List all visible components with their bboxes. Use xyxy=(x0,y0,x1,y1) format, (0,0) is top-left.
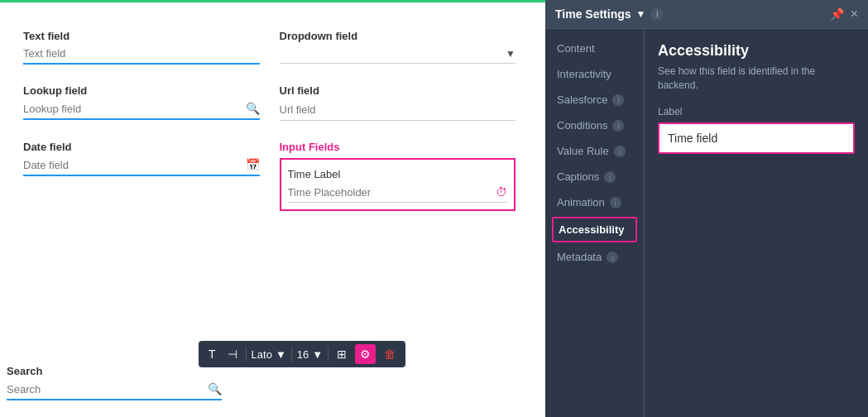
toolbar-divider-2 xyxy=(291,347,292,362)
search-field-label: Search xyxy=(7,365,222,377)
panel-nav: Content Interactivity Salesforce i Condi… xyxy=(545,29,645,417)
align-button[interactable]: ⊣ xyxy=(224,346,241,362)
dropdown-field-input[interactable] xyxy=(280,47,506,60)
date-field-input-wrapper: 📅 xyxy=(23,158,260,176)
nav-captions-label: Captions xyxy=(557,170,599,183)
search-field-group: Search 🔍 xyxy=(7,365,222,400)
nav-content-label: Content xyxy=(557,42,595,55)
panel-title-dropdown-icon[interactable]: ▼ xyxy=(636,8,646,20)
metadata-info-icon: i xyxy=(607,252,618,263)
url-field-group: Url field xyxy=(273,78,530,134)
value-rule-info-icon: i xyxy=(614,146,626,157)
dropdown-field-wrapper[interactable]: ▼ xyxy=(280,47,516,64)
search-icon: 🔍 xyxy=(246,102,260,115)
panel-body: Content Interactivity Salesforce i Condi… xyxy=(545,29,868,417)
fields-grid: Text field Dropdown field ▼ Lookup field… xyxy=(17,17,529,224)
nav-item-accessibility[interactable]: Accessibility xyxy=(552,217,637,242)
delete-button[interactable]: 🗑 xyxy=(381,346,399,362)
lookup-field-label: Lookup field xyxy=(23,84,260,97)
label-field-label: Label xyxy=(658,106,855,117)
font-family-label: Lato xyxy=(252,348,272,361)
font-size-arrow: ▼ xyxy=(312,348,323,361)
conditions-info-icon: i xyxy=(612,120,624,132)
label-input[interactable] xyxy=(668,132,845,145)
input-fields-box: ⏱ xyxy=(280,158,516,211)
lookup-field-input-wrapper: 🔍 xyxy=(23,102,260,120)
date-field-label: Date field xyxy=(23,141,260,153)
nav-value-rule-label: Value Rule xyxy=(557,145,609,157)
panel-content-area: Accessibility See how this field is iden… xyxy=(645,29,868,417)
text-field-input-wrapper xyxy=(23,47,260,65)
text-field-input[interactable] xyxy=(23,47,260,60)
nav-metadata-label: Metadata xyxy=(557,251,602,263)
link-button[interactable]: ⊞ xyxy=(333,346,350,362)
nav-item-interactivity[interactable]: Interactivity xyxy=(545,61,644,87)
captions-info-icon: i xyxy=(604,171,616,183)
toolbar-divider-1 xyxy=(246,347,247,362)
pin-button[interactable]: 📌 xyxy=(830,7,844,21)
url-field-label: Url field xyxy=(280,84,516,97)
bold-text-button[interactable]: T xyxy=(205,346,219,362)
calendar-icon: 📅 xyxy=(246,158,260,171)
nav-item-captions[interactable]: Captions i xyxy=(545,164,644,189)
date-field-input[interactable] xyxy=(23,159,246,171)
url-field-input[interactable] xyxy=(280,103,516,116)
formatting-toolbar: T ⊣ Lato ▼ 16 ▼ ⊞ ⚙ 🗑 xyxy=(199,341,405,367)
panel-title: Time Settings xyxy=(555,7,631,21)
content-description: See how this field is identified in the … xyxy=(658,65,855,93)
dropdown-field-label: Dropdown field xyxy=(280,30,516,42)
nav-conditions-label: Conditions xyxy=(557,119,607,132)
nav-item-animation[interactable]: Animation i xyxy=(545,189,644,215)
time-label-input[interactable] xyxy=(288,168,508,180)
clock-icon: ⏱ xyxy=(496,185,507,199)
nav-item-salesforce[interactable]: Salesforce i xyxy=(545,87,644,113)
nav-item-conditions[interactable]: Conditions i xyxy=(545,113,644,138)
label-input-box xyxy=(658,122,855,154)
toolbar-divider-3 xyxy=(328,347,328,362)
nav-animation-label: Animation xyxy=(557,196,605,208)
font-dropdown-arrow: ▼ xyxy=(276,348,286,361)
salesforce-info-icon: i xyxy=(612,94,624,106)
font-size-label: 16 xyxy=(297,348,309,361)
close-button[interactable]: × xyxy=(851,7,858,22)
nav-interactivity-label: Interactivity xyxy=(557,68,611,80)
dropdown-field-group: Dropdown field ▼ xyxy=(273,23,530,78)
right-panel: Time Settings ▼ i 📌 × Content Interactiv… xyxy=(545,0,868,417)
nav-accessibility-label: Accessibility xyxy=(559,223,625,236)
nav-item-value-rule[interactable]: Value Rule i xyxy=(545,138,644,164)
content-title: Accessibility xyxy=(658,42,855,60)
font-family-select[interactable]: Lato ▼ xyxy=(252,348,286,361)
nav-salesforce-label: Salesforce xyxy=(557,93,607,106)
search-input-row: 🔍 xyxy=(7,382,222,400)
time-placeholder-row: ⏱ xyxy=(288,185,508,203)
search-field-icon: 🔍 xyxy=(208,382,222,395)
lookup-field-input[interactable] xyxy=(23,103,246,115)
search-input[interactable] xyxy=(7,383,208,395)
panel-title-area: Time Settings ▼ i xyxy=(555,7,664,21)
url-field-input-wrapper xyxy=(280,102,516,121)
dropdown-arrow-icon: ▼ xyxy=(506,48,516,60)
text-field-label: Text field xyxy=(23,30,260,42)
panel-header: Time Settings ▼ i 📌 × xyxy=(545,0,868,29)
nav-item-content[interactable]: Content xyxy=(545,36,644,61)
input-fields-group: Input Fields ⏱ xyxy=(273,134,530,224)
settings-button[interactable]: ⚙ xyxy=(355,344,376,364)
nav-item-metadata[interactable]: Metadata i xyxy=(545,244,644,270)
panel-header-actions: 📌 × xyxy=(830,7,858,22)
date-field-group: Date field 📅 xyxy=(17,134,273,224)
time-placeholder-input[interactable] xyxy=(288,186,496,199)
input-fields-label: Input Fields xyxy=(280,141,516,153)
lookup-field-group: Lookup field 🔍 xyxy=(17,78,273,134)
panel-info-icon[interactable]: i xyxy=(650,7,664,21)
text-field-group: Text field xyxy=(17,23,273,78)
font-size-select[interactable]: 16 ▼ xyxy=(297,348,323,361)
canvas-area: Text field Dropdown field ▼ Lookup field… xyxy=(0,0,545,417)
animation-info-icon: i xyxy=(610,197,621,208)
